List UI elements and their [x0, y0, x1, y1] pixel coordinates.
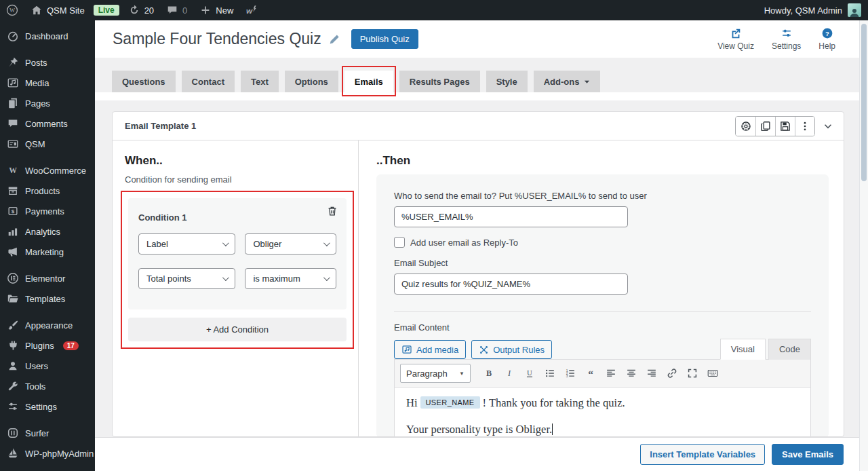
align-right-button[interactable]	[642, 365, 660, 382]
editor-tab-visual[interactable]: Visual	[720, 339, 766, 360]
condition-row: LabelObliger	[138, 233, 336, 255]
wordpress-menu[interactable]: W	[0, 0, 24, 20]
blockquote-button[interactable]: “	[581, 365, 599, 382]
sidebar-item-media[interactable]: Media	[0, 73, 95, 93]
products-icon	[7, 185, 19, 197]
paragraph-style-select[interactable]: Paragraph▼	[400, 364, 471, 383]
subject-input[interactable]	[394, 274, 628, 295]
editor-content[interactable]: HiUSER_NAME! Thank you for taking the qu…	[395, 388, 810, 437]
sidebar-item-plugins[interactable]: Plugins17	[0, 335, 95, 356]
appearance-icon	[7, 319, 19, 331]
italic-icon: I	[503, 367, 515, 379]
tab-options[interactable]: Options	[285, 71, 338, 92]
chevron-down-icon[interactable]	[822, 120, 834, 132]
comments-link[interactable]: 0	[160, 0, 193, 20]
sidebar-item-templates[interactable]: Templates	[0, 288, 95, 309]
italic-button[interactable]: I	[500, 365, 518, 382]
site-name-link[interactable]: QSM Site	[24, 0, 91, 20]
page-scrollbar[interactable]	[859, 20, 868, 471]
condition-value-select-1[interactable]: Obliger	[245, 233, 336, 255]
tab-text[interactable]: Text	[241, 71, 279, 92]
sidebar-item-pages[interactable]: Pages	[0, 93, 95, 113]
output-rules-button[interactable]: Output Rules	[471, 340, 552, 359]
editor-toolbar: Paragraph▼ BIU123“	[395, 360, 810, 388]
tab-style[interactable]: Style	[486, 71, 528, 92]
refresh-icon	[128, 4, 140, 16]
condition-field-select-1[interactable]: Label	[138, 233, 235, 255]
tab-contact[interactable]: Contact	[182, 71, 235, 92]
svg-text:3: 3	[566, 375, 568, 378]
bold-button[interactable]: B	[479, 365, 498, 382]
editor-tab-code[interactable]: Code	[768, 339, 811, 360]
updates-link[interactable]: 20	[122, 0, 160, 20]
caret-down-icon	[584, 79, 590, 85]
tab-questions[interactable]: Questions	[112, 71, 176, 92]
align-left-button[interactable]	[601, 365, 620, 382]
sidebar-item-settings[interactable]: Settings	[0, 396, 95, 417]
sidebar-item-elementor[interactable]: Elementor	[0, 268, 95, 288]
sidebar-item-woocommerce[interactable]: WWooCommerce	[0, 160, 95, 181]
svg-text:“: “	[588, 368, 593, 379]
numbered-list-button[interactable]: 123	[561, 365, 579, 382]
content-label: Email Content	[394, 322, 811, 333]
brand-menu[interactable]: w	[239, 0, 264, 20]
howdy-text[interactable]: Howdy, QSM Admin	[764, 5, 842, 16]
scrollbar-thumb[interactable]	[861, 24, 867, 181]
main-area: Sample Four Tendencies Quiz Publish Quiz…	[95, 20, 868, 471]
recipient-input[interactable]	[394, 206, 628, 227]
underline-button[interactable]: U	[520, 365, 538, 382]
fullscreen-button[interactable]	[683, 365, 701, 382]
copy-button[interactable]	[755, 117, 775, 136]
sidebar-item-qsm[interactable]: QSM	[0, 134, 95, 154]
sidebar-item-comments[interactable]: Comments	[0, 113, 95, 134]
trash-icon[interactable]	[326, 205, 338, 217]
template-variable-chip[interactable]: USER_NAME	[420, 396, 480, 409]
posts-icon	[7, 56, 19, 69]
add-media-button[interactable]: Add media	[394, 340, 466, 359]
sidebar-item-marketing[interactable]: Marketing	[0, 242, 95, 262]
sidebar-item-users[interactable]: Users	[0, 356, 95, 376]
sidebar-item-wp-phpmyadmin[interactable]: WP-phpMyAdmin	[0, 443, 95, 464]
save-emails-button[interactable]: Save Emails	[772, 444, 844, 465]
sidebar-item-analytics[interactable]: Analytics	[0, 221, 95, 242]
new-content-menu[interactable]: New	[193, 0, 239, 20]
align-center-button[interactable]	[622, 365, 640, 382]
media-icon	[7, 77, 19, 89]
chevron-down-icon	[323, 240, 330, 246]
sidebar-item-posts[interactable]: Posts	[0, 52, 95, 73]
sidebar-item-surfer[interactable]: Surfer	[0, 423, 95, 443]
add-condition-button[interactable]: + Add Condition	[128, 318, 347, 341]
publish-quiz-button[interactable]: Publish Quiz	[351, 29, 418, 49]
condition-value-select-2[interactable]: is maximum	[245, 268, 336, 289]
header-action-view-quiz[interactable]: View Quiz	[717, 27, 754, 51]
keyboard-shortcuts-button[interactable]	[703, 365, 722, 382]
link-button[interactable]	[663, 365, 681, 382]
save-button[interactable]	[775, 117, 795, 136]
condition-field-select-2[interactable]: Total points	[138, 268, 235, 289]
qsm-icon	[7, 138, 19, 150]
insert-template-variables-button[interactable]: Insert Template Variables	[640, 444, 765, 465]
tab-add-ons[interactable]: Add-ons	[534, 71, 601, 92]
email-template-card: Email Template 1 When.. Condition for se…	[112, 111, 844, 437]
header-action-settings[interactable]: Settings	[772, 27, 801, 51]
avatar[interactable]	[848, 3, 861, 17]
tab-results-pages[interactable]: Results Pages	[399, 71, 480, 92]
tools-icon	[7, 380, 19, 392]
bulleted-list-button[interactable]	[540, 365, 559, 382]
header-action-help[interactable]: ?Help	[818, 27, 835, 51]
tab-emails[interactable]: Emails	[344, 71, 393, 92]
sidebar-item-products[interactable]: Products	[0, 181, 95, 201]
sidebar-item-tools[interactable]: Tools	[0, 376, 95, 396]
reply-to-checkbox-row[interactable]: Add user email as Reply-To	[394, 237, 811, 248]
reply-to-checkbox[interactable]	[394, 237, 405, 248]
kebab-menu-button[interactable]	[795, 117, 814, 136]
sidebar-item-dashboard[interactable]: Dashboard	[0, 26, 95, 46]
elementor-icon	[7, 272, 19, 284]
sidebar-item-appearance[interactable]: Appearance	[0, 315, 95, 335]
gear-button[interactable]	[736, 117, 755, 136]
then-panel: Who to send the email to? Put %USER_EMAI…	[376, 174, 829, 437]
then-heading: ..Then	[376, 154, 829, 168]
condition-sub-label: Condition for sending email	[125, 174, 346, 185]
pencil-icon[interactable]	[328, 33, 340, 45]
sidebar-item-payments[interactable]: $Payments	[0, 201, 95, 221]
